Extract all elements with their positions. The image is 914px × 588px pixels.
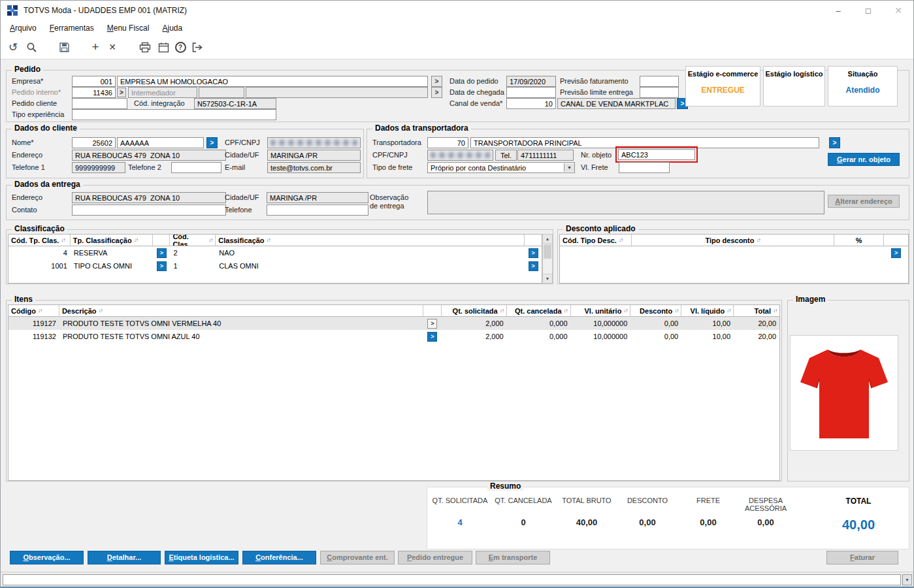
- menu-fiscal[interactable]: Menu Fiscal: [101, 21, 156, 35]
- previsao-faturamento-field[interactable]: [640, 76, 679, 87]
- entrega-telefone-field[interactable]: [267, 204, 368, 216]
- transportadora-cpf-label: CPF/CNPJ: [372, 151, 408, 159]
- classificacao-scrollbar[interactable]: ▲ ▼: [542, 234, 553, 284]
- col-desconto[interactable]: Desconto↓↑: [630, 305, 681, 317]
- col-classificacao[interactable]: Classificação↓↑: [216, 235, 525, 246]
- minimize-button[interactable]: –: [823, 1, 853, 20]
- menu-arquivo[interactable]: Arquivo: [3, 21, 43, 35]
- tp-clas-lookup-button[interactable]: >: [157, 261, 167, 271]
- col-cod-clas[interactable]: Cód. Clas.↓↑: [170, 235, 216, 246]
- clas-lookup-button[interactable]: >: [529, 261, 538, 271]
- scrollbar-thumb[interactable]: [544, 244, 551, 259]
- undo-icon[interactable]: ↺: [6, 40, 20, 54]
- transportadora-label: Transportadora: [372, 139, 421, 146]
- help-icon[interactable]: ?: [173, 40, 188, 54]
- maximize-button[interactable]: □: [853, 1, 883, 20]
- save-icon[interactable]: [57, 40, 71, 54]
- print-icon[interactable]: [138, 40, 152, 54]
- add-icon[interactable]: +: [88, 40, 103, 54]
- contato-field[interactable]: [72, 204, 226, 216]
- nome-field[interactable]: AAAAAA: [117, 137, 204, 148]
- app-window: TOTVS Moda - UDADDES EMP 001 (MATRIZ) – …: [0, 0, 914, 588]
- red-tshirt-image: [795, 342, 893, 445]
- col-cod-tipo-desc[interactable]: Cód. Tipo Desc.↓↑: [560, 235, 632, 246]
- close-button[interactable]: ✕: [883, 1, 913, 20]
- item-detail-button[interactable]: >: [427, 332, 437, 342]
- scroll-down-icon[interactable]: ▼: [543, 274, 552, 283]
- transportadora-cpf-field: [427, 150, 493, 161]
- delete-icon[interactable]: ✕: [105, 40, 120, 54]
- col-cod-tp-clas[interactable]: Cód. Tp. Clas.↓↑: [8, 235, 71, 246]
- col-qt-solicitada[interactable]: Qt. solicitada↓↑: [442, 305, 507, 317]
- clas-lookup-button[interactable]: >: [529, 248, 538, 258]
- item-detail-button[interactable]: >: [427, 319, 437, 329]
- resumo-despesa-acessoria: DESPESA ACESSÓRIA0,00: [737, 487, 794, 527]
- col-qt-cancelada[interactable]: Qt. cancelada↓↑: [507, 305, 571, 317]
- col-percentual[interactable]: %: [834, 235, 884, 246]
- pedido-cliente-field[interactable]: [72, 98, 127, 109]
- empresa-name-field[interactable]: EMPRESA UM HOMOLOGACAO: [117, 76, 428, 87]
- classificacao-row[interactable]: 4 RESERVA > 2 NAO >: [8, 246, 542, 259]
- tel-label-box: Tel.: [495, 150, 517, 161]
- telefone2-field[interactable]: [171, 162, 221, 173]
- classificacao-row[interactable]: 1001 TIPO CLAS OMNI > 1 CLAS OMNI >: [8, 259, 542, 272]
- empresa-code-field[interactable]: 001: [72, 76, 116, 87]
- estagio-logistico-box: Estágio logístico: [763, 66, 825, 106]
- pedido-interno-field[interactable]: 11436: [72, 87, 116, 98]
- status-dropdown-icon[interactable]: ▼: [902, 574, 912, 585]
- entrega-endereco-field: RUA REBOUCAS 479 ZONA 10: [72, 192, 226, 203]
- gerar-nr-objeto-button[interactable]: Gerar nr. objeto: [828, 153, 900, 166]
- tipo-frete-value: Próprio por conta Destinatário: [431, 164, 564, 172]
- desconto-lookup-button[interactable]: >: [891, 248, 901, 258]
- nr-objeto-field[interactable]: ABC123: [618, 149, 695, 160]
- tipo-frete-select[interactable]: Próprio por conta Destinatário ▼: [427, 162, 575, 173]
- chevron-down-icon[interactable]: ▼: [564, 163, 574, 172]
- cliente-cpf-label: CPF/CNPJ: [225, 139, 260, 146]
- tipo-experiencia-field[interactable]: [72, 109, 276, 120]
- menu-ajuda[interactable]: Ajuda: [155, 21, 189, 35]
- exit-icon[interactable]: [190, 40, 204, 54]
- canal-venda-label: Canal de venda*: [449, 99, 502, 107]
- item-row[interactable]: 119127 PRODUTO TESTE TOTVS OMNI VERMELHA…: [8, 317, 779, 330]
- tp-clas-lookup-button[interactable]: >: [157, 248, 167, 258]
- search-icon[interactable]: [24, 40, 39, 54]
- transportadora-code-field[interactable]: 70: [427, 137, 468, 148]
- intermediador-lookup-button[interactable]: >: [431, 87, 442, 98]
- col-codigo[interactable]: Código↓↑: [8, 305, 59, 317]
- empresa-lookup-button[interactable]: >: [431, 76, 442, 87]
- col-vl-unitario[interactable]: Vl. unitário↓↑: [571, 305, 631, 317]
- entrega-cidade-label: Cidade/UF: [225, 193, 259, 201]
- col-total[interactable]: Total↓↑: [734, 305, 779, 317]
- resumo-total: TOTAL40,00: [811, 487, 906, 532]
- transportadora-lookup-button[interactable]: >: [829, 137, 840, 148]
- entrega-cidade-field: MARINGA /PR: [267, 192, 368, 203]
- col-vl-liquido[interactable]: Vl. líquido↓↑: [681, 305, 734, 317]
- observacao-button[interactable]: Observação...: [10, 551, 84, 564]
- etiqueta-logistica-button[interactable]: Etiqueta logística...: [165, 551, 238, 564]
- col-descricao[interactable]: Descrição↓↑: [59, 305, 423, 317]
- window-title: TOTVS Moda - UDADDES EMP 001 (MATRIZ): [24, 6, 187, 15]
- vl-frete-field[interactable]: [619, 162, 670, 173]
- nome-code-field[interactable]: 25602: [72, 137, 116, 148]
- col-tipo-desconto[interactable]: Tipo desconto↓↑: [632, 235, 835, 246]
- cliente-group: Dados do cliente Nome* 25602 AAAAAA > CP…: [6, 129, 364, 178]
- scroll-up-icon[interactable]: ▲: [543, 235, 552, 244]
- col-desc-lookup: [884, 235, 908, 246]
- col-tp-classificacao[interactable]: Tp. Classificação↓↑: [71, 235, 154, 246]
- previsao-limite-field[interactable]: [640, 87, 679, 98]
- nome-label: Nome*: [12, 139, 34, 146]
- cliente-lookup-button[interactable]: >: [206, 137, 218, 148]
- detalhar-button[interactable]: Detalhar...: [88, 551, 161, 564]
- item-row[interactable]: 119132 PRODUTO TESTE TOTVS OMNI AZUL 40 …: [8, 330, 779, 343]
- cod-integracao-field: N572503-C-1R-1A: [194, 98, 276, 109]
- menu-ferramentas[interactable]: Ferramentas: [43, 21, 101, 35]
- pedido-interno-label: Pedido interno*: [12, 88, 61, 96]
- canal-venda-code-field[interactable]: 10: [506, 98, 556, 109]
- imagem-group: Imagem: [787, 300, 909, 482]
- conferencia-button[interactable]: Conferência...: [242, 551, 316, 564]
- previsao-limite-label: Previsão limite entrega: [560, 88, 633, 96]
- calendar-icon[interactable]: [156, 40, 171, 54]
- data-chegada-field[interactable]: [506, 87, 556, 98]
- entrega-group: Dados da entrega Endereço RUA REBOUCAS 4…: [6, 185, 909, 220]
- pedido-interno-lookup-button[interactable]: >: [117, 88, 126, 97]
